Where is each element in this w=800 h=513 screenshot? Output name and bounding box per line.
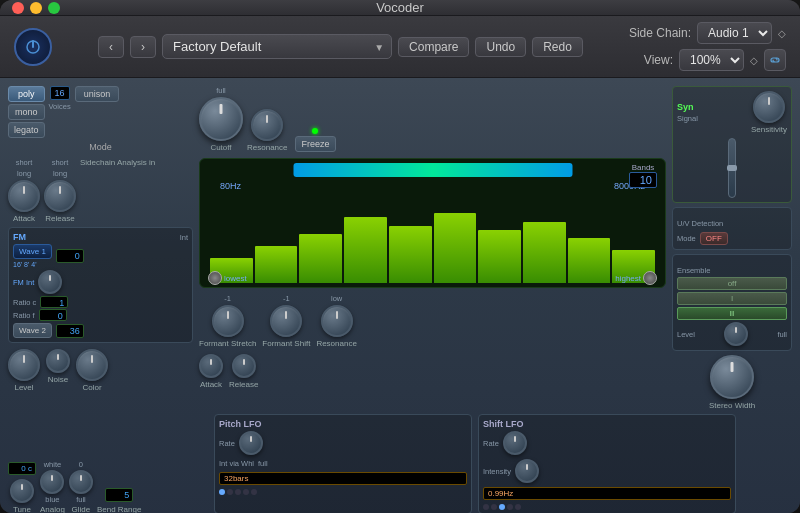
ensemble-off-button[interactable]: off: [677, 277, 787, 290]
ensemble-level-knob[interactable]: [724, 322, 748, 346]
close-button[interactable]: [12, 2, 24, 14]
ensemble-i-button[interactable]: I: [677, 292, 787, 305]
level2-full-label: full: [777, 330, 787, 339]
shift-lfo-wave-1[interactable]: [483, 504, 489, 510]
tune-knob[interactable]: [10, 479, 34, 503]
resonance2-knob[interactable]: [321, 305, 353, 337]
noise-knob[interactable]: [46, 349, 70, 373]
cutoff-knob[interactable]: [199, 97, 243, 141]
freq-low-label: 80Hz: [220, 181, 241, 191]
color-knob[interactable]: [76, 349, 108, 381]
fm-int-label: Int: [180, 233, 188, 242]
shift-lfo-rate-knob[interactable]: [503, 431, 527, 455]
analog-knob[interactable]: [40, 470, 64, 494]
preset-dropdown[interactable]: Factory Default: [162, 34, 392, 59]
resonance-knob[interactable]: [251, 109, 283, 141]
ratio-f-label: Ratio f: [13, 311, 35, 320]
stereo-width-knob[interactable]: [710, 355, 754, 399]
sensitivity-knob[interactable]: [753, 91, 785, 123]
freeze-led: [312, 128, 318, 134]
back-button[interactable]: ‹: [98, 36, 124, 58]
window-controls: [12, 2, 60, 14]
ensemble-ii-button[interactable]: II: [677, 307, 787, 320]
filter-attack-knob[interactable]: [199, 354, 223, 378]
preset-wrapper: Factory Default ▼: [162, 34, 392, 59]
analog-label: Analog: [40, 505, 65, 513]
formant-stretch-knob[interactable]: [212, 305, 244, 337]
attack-label: Attack: [13, 214, 35, 223]
poly-button[interactable]: poly: [8, 86, 45, 102]
wave2-button[interactable]: Wave 2: [13, 323, 52, 338]
lfo-wave-2[interactable]: [227, 489, 233, 495]
maximize-button[interactable]: [48, 2, 60, 14]
wave1-button[interactable]: Wave 1: [13, 244, 52, 259]
spec-bar-2: [255, 246, 298, 283]
level2-label: Level: [677, 330, 695, 339]
signal-label: Signal: [677, 114, 698, 123]
pitch-lfo-rate-knob[interactable]: [239, 431, 263, 455]
pitch-lfo-label: Pitch LFO: [219, 419, 467, 429]
bottom-row: 0 c Tune white blue Analog 0 full Glide: [8, 414, 792, 513]
freq-high-handle[interactable]: [643, 271, 657, 285]
wave2-display: 36: [56, 324, 84, 338]
sensitivity-label: Sensitivity: [751, 125, 787, 134]
synth-body: poly mono legato 16 Voices unison Mode s…: [0, 78, 800, 513]
intensity-knob[interactable]: [515, 459, 539, 483]
center-panel: full Cutoff Resonance Freeze: [199, 86, 666, 410]
filter-attack-label: Attack: [200, 380, 222, 389]
formant-shift-control: -1 Formant Shift: [262, 294, 310, 348]
resonance2-label: Resonance: [316, 339, 356, 348]
shift-lfo-display: 0.99Hz: [483, 487, 731, 500]
fm-label: FM: [13, 232, 26, 242]
undo-button[interactable]: Undo: [475, 37, 526, 57]
freeze-button[interactable]: Freeze: [295, 136, 335, 152]
filter-release-knob[interactable]: [232, 354, 256, 378]
lfo-wave-1[interactable]: [219, 489, 225, 495]
redo-button[interactable]: Redo: [532, 37, 583, 57]
shift-lfo-wave-5[interactable]: [515, 504, 521, 510]
view-dropdown[interactable]: 100%: [679, 49, 744, 71]
compare-button[interactable]: Compare: [398, 37, 469, 57]
pitch-lfo-display: 32bars: [219, 472, 467, 485]
freq-low-handle[interactable]: [208, 271, 222, 285]
side-chain-diamond-icon: ◇: [778, 28, 786, 39]
lfo-wave-3[interactable]: [235, 489, 241, 495]
signal-fader[interactable]: [728, 138, 736, 198]
color-control: Noise: [46, 349, 70, 392]
mono-button[interactable]: mono: [8, 104, 45, 120]
voices-label: Voices: [49, 102, 71, 111]
link-button[interactable]: [764, 49, 786, 71]
minimize-button[interactable]: [30, 2, 42, 14]
bottom-right-spacer: [742, 414, 792, 513]
bend-range-label: Bend Range: [97, 505, 141, 513]
shift-lfo-wave-4[interactable]: [507, 504, 513, 510]
legato-button[interactable]: legato: [8, 122, 45, 138]
toolbar-right: Side Chain: Audio 1 ◇ View: 100% ◇: [629, 22, 786, 71]
attack-knob[interactable]: [8, 180, 40, 212]
uv-mode-button[interactable]: OFF: [700, 232, 728, 245]
uv-detection-label: U/V Detection: [677, 219, 723, 228]
lfo-wave-4[interactable]: [243, 489, 249, 495]
syn-section: Syn Signal Sensitivity: [672, 86, 792, 203]
power-button[interactable]: [14, 28, 52, 66]
side-chain-dropdown[interactable]: Audio 1: [697, 22, 772, 44]
voices-display: 16: [50, 86, 70, 100]
lfo-wave-5[interactable]: [251, 489, 257, 495]
formant-shift-knob[interactable]: [270, 305, 302, 337]
wave1-display: 0: [56, 249, 84, 263]
view-diamond-icon: ◇: [750, 55, 758, 66]
level-knob[interactable]: [8, 349, 40, 381]
main-row: poly mono legato 16 Voices unison Mode s…: [8, 86, 792, 410]
release-knob[interactable]: [44, 180, 76, 212]
mode-column: poly mono legato: [8, 86, 45, 138]
unison-button[interactable]: unison: [75, 86, 120, 102]
shift-lfo-wave-2[interactable]: [491, 504, 497, 510]
left-panel: poly mono legato 16 Voices unison Mode s…: [8, 86, 193, 410]
forward-button[interactable]: ›: [130, 36, 156, 58]
shift-lfo-wave-3[interactable]: [499, 504, 505, 510]
fm-int-knob[interactable]: [38, 270, 62, 294]
spec-bar-9: [568, 238, 611, 283]
glide-knob[interactable]: [69, 470, 93, 494]
stereo-width-control: Stereo Width: [672, 355, 792, 410]
shift-lfo-section: Shift LFO Rate Intensity 0.99Hz: [478, 414, 736, 513]
